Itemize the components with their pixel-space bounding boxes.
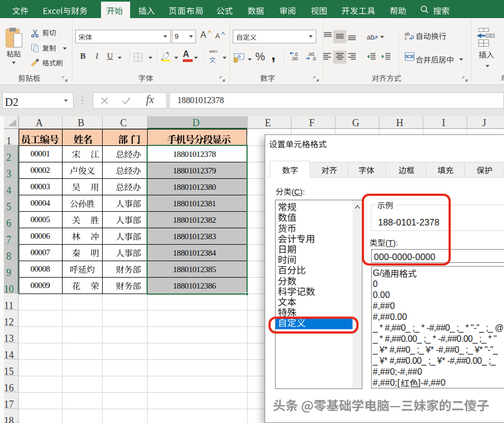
svg-text:.00: .00 [291, 56, 298, 61]
svg-text:.0: .0 [312, 56, 316, 61]
svg-text:ab: ab [367, 33, 374, 41]
